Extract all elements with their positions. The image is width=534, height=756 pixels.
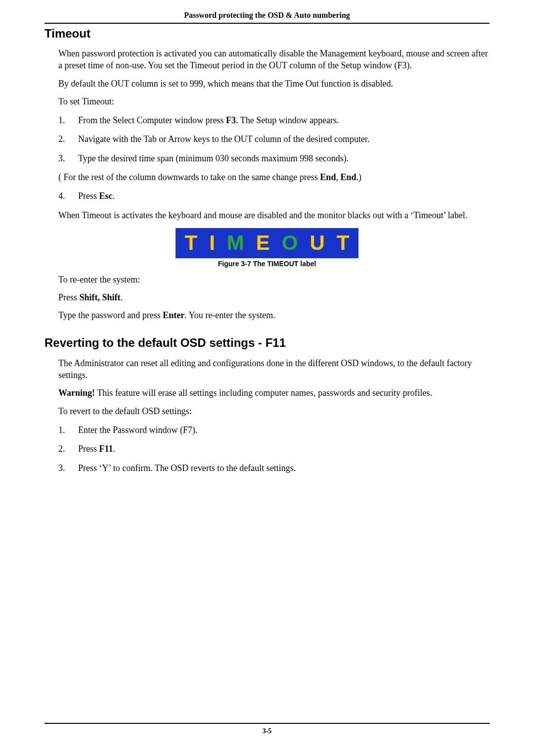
list-text: Press Esc. (78, 190, 490, 202)
list-timeout-steps: 1. From the Select Computer window press… (58, 114, 490, 164)
list-number: 4. (58, 190, 78, 202)
timeout-banner: TIMEOUT (176, 228, 358, 258)
timeout-char: E (256, 231, 282, 254)
para-note-end-end: ( For the rest of the column downwards t… (58, 171, 490, 183)
page-number: 3-5 (44, 727, 490, 736)
running-header: Password protecting the OSD & Auto numbe… (44, 10, 490, 23)
para-torevert: To revert to the default OSD settings: (58, 405, 490, 417)
list-item: 1. From the Select Computer window press… (58, 114, 490, 126)
list-number: 1. (58, 114, 78, 126)
list-number: 3. (58, 152, 78, 164)
timeout-char: I (209, 231, 227, 254)
timeout-char: U (310, 231, 337, 254)
list-number: 3. (58, 462, 78, 474)
list-text: Press ‘Y’ to confirm. The OSD reverts to… (78, 462, 490, 474)
list-text: Press F11. (78, 443, 490, 455)
list-item: 3. Press ‘Y’ to confirm. The OSD reverts… (58, 462, 490, 474)
para-reenter-heading: To re-enter the system: (58, 274, 490, 285)
section-heading-revert-f11: Reverting to the default OSD settings - … (44, 335, 490, 351)
list-number: 2. (58, 133, 78, 145)
list-item: 2. Navigate with the Tab or Arrow keys t… (58, 133, 490, 145)
para-timeout-effect: When Timeout is activates the keyboard a… (58, 209, 490, 221)
timeout-char: M (227, 231, 256, 254)
list-text: From the Select Computer window press F3… (78, 114, 490, 126)
timeout-char: O (282, 231, 310, 254)
para-admin-reset: The Administrator can reset all editing … (58, 357, 490, 381)
list-timeout-step4: 4. Press Esc. (58, 190, 490, 202)
para-type-password: Type the password and press Enter. You r… (58, 309, 490, 321)
figure-timeout-label: TIMEOUT Figure 3-7 The TIMEOUT label (44, 228, 490, 269)
section-heading-timeout: Timeout (44, 26, 490, 42)
list-item: 4. Press Esc. (58, 190, 490, 202)
list-item: 3. Type the desired time span (minimum 0… (58, 152, 490, 164)
list-text: Enter the Password window (F7). (78, 424, 490, 436)
header-rule (44, 23, 490, 24)
list-item: 2. Press F11. (58, 443, 490, 455)
list-item: 1. Enter the Password window (F7). (58, 424, 490, 436)
para-toset: To set Timeout: (58, 95, 490, 107)
list-revert-steps: 1. Enter the Password window (F7). 2. Pr… (58, 424, 490, 474)
para-default: By default the OUT column is set to 999,… (58, 78, 490, 90)
timeout-char: T (184, 231, 209, 254)
figure-caption: Figure 3-7 The TIMEOUT label (44, 259, 490, 269)
footer-rule (44, 723, 490, 724)
para-warning: Warning! This feature will erase all set… (58, 387, 490, 399)
para-shift-shift: Press Shift, Shift. (58, 291, 490, 303)
page: Password protecting the OSD & Auto numbe… (0, 0, 534, 756)
timeout-char: T (337, 231, 350, 254)
list-text: Navigate with the Tab or Arrow keys to t… (78, 133, 490, 145)
para-intro: When password protection is activated yo… (58, 47, 490, 72)
footer: 3-5 (44, 723, 490, 736)
list-number: 2. (58, 443, 78, 455)
list-number: 1. (58, 424, 78, 436)
list-text: Type the desired time span (minimum 030 … (78, 152, 490, 164)
